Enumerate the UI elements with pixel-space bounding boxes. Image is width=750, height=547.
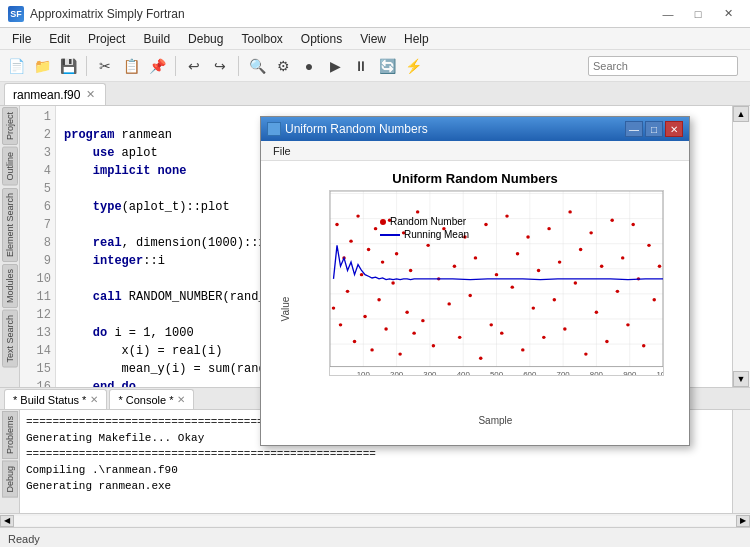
svg-text:800: 800 — [590, 370, 603, 375]
find-button[interactable]: 🔍 — [245, 54, 269, 78]
settings-button[interactable]: ⚙ — [271, 54, 295, 78]
svg-text:300: 300 — [423, 370, 436, 375]
plot-titlebar[interactable]: Uniform Random Numbers — □ ✕ — [261, 117, 689, 141]
svg-point-68 — [553, 298, 557, 301]
chart-title: Uniform Random Numbers — [271, 171, 679, 186]
title-bar: SF Approximatrix Simply Fortran — □ ✕ — [0, 0, 750, 28]
paste-button[interactable]: 📌 — [145, 54, 169, 78]
maximize-button[interactable]: □ — [684, 4, 712, 24]
file-tab-close[interactable]: ✕ — [84, 88, 97, 101]
svg-point-44 — [426, 244, 430, 247]
bottom-tab-problems[interactable]: Problems — [2, 411, 18, 459]
sidebar-tab-outline[interactable]: Outline — [2, 147, 18, 186]
svg-point-75 — [589, 231, 593, 234]
bottom-hscrollbar[interactable]: ◀ ▶ — [0, 513, 750, 527]
svg-point-65 — [537, 269, 541, 272]
plot-window-icon — [267, 122, 281, 136]
redo-button[interactable]: ↪ — [208, 54, 232, 78]
menu-help[interactable]: Help — [396, 28, 437, 49]
legend-label-random: Random Number — [390, 216, 466, 227]
svg-point-41 — [412, 332, 416, 335]
pause-button[interactable]: ⏸ — [349, 54, 373, 78]
window-controls: — □ ✕ — [654, 4, 742, 24]
svg-point-35 — [391, 281, 395, 284]
svg-point-53 — [474, 256, 478, 259]
sidebar-tab-project[interactable]: Project — [2, 107, 18, 145]
menu-build[interactable]: Build — [135, 28, 178, 49]
svg-point-33 — [384, 327, 388, 330]
x-axis-label: Sample — [478, 415, 512, 426]
plot-maximize-button[interactable]: □ — [645, 121, 663, 137]
plot-menu-file[interactable]: File — [265, 143, 299, 159]
bottom-tab-build-status[interactable]: * Build Status * ✕ — [4, 389, 107, 409]
svg-text:100: 100 — [656, 370, 663, 375]
svg-point-37 — [398, 352, 402, 355]
copy-button[interactable]: 📋 — [119, 54, 143, 78]
svg-point-82 — [626, 323, 630, 326]
open-button[interactable]: 📁 — [30, 54, 54, 78]
scroll-down-arrow[interactable]: ▼ — [733, 371, 749, 387]
chart-container: Value — [271, 190, 679, 428]
svg-point-19 — [335, 223, 339, 226]
plot-title-area: Uniform Random Numbers — [267, 122, 428, 136]
toolbar-separator-3 — [238, 56, 239, 76]
svg-point-61 — [516, 252, 520, 255]
close-button[interactable]: ✕ — [714, 4, 742, 24]
svg-point-74 — [584, 352, 588, 355]
bottom-tab-build-close[interactable]: ✕ — [90, 394, 98, 405]
plot-minimize-button[interactable]: — — [625, 121, 643, 137]
menu-project[interactable]: Project — [80, 28, 133, 49]
bottom-tab-debug[interactable]: Debug — [2, 461, 18, 498]
menu-edit[interactable]: Edit — [41, 28, 78, 49]
save-button[interactable]: 💾 — [56, 54, 80, 78]
run-button[interactable]: ▶ — [323, 54, 347, 78]
bottom-left-tabs: Problems Debug — [0, 410, 20, 513]
plot-menu: File — [261, 141, 689, 161]
svg-point-62 — [521, 348, 525, 351]
status-text: Ready — [8, 533, 40, 545]
bottom-tab-console-close[interactable]: ✕ — [177, 394, 185, 405]
svg-point-39 — [405, 311, 409, 314]
menu-file[interactable]: File — [4, 28, 39, 49]
menu-options[interactable]: Options — [293, 28, 350, 49]
toolbar-separator-1 — [86, 56, 87, 76]
cut-button[interactable]: ✂ — [93, 54, 117, 78]
bottom-scrollbar[interactable] — [732, 410, 750, 513]
file-tab-ranmean[interactable]: ranmean.f90 ✕ — [4, 83, 106, 105]
bottom-tab-build-label: * Build Status * — [13, 394, 86, 406]
new-button[interactable]: 📄 — [4, 54, 28, 78]
svg-point-67 — [547, 227, 551, 230]
svg-point-45 — [432, 344, 436, 347]
hscroll-right[interactable]: ▶ — [736, 515, 750, 527]
refresh-button[interactable]: 🔄 — [375, 54, 399, 78]
main-layout: Project Outline Element Search Modules T… — [0, 106, 750, 387]
menu-toolbox[interactable]: Toolbox — [233, 28, 290, 49]
plot-close-button[interactable]: ✕ — [665, 121, 683, 137]
plot-title-label: Uniform Random Numbers — [285, 122, 428, 136]
console-line-6 — [26, 494, 726, 510]
bottom-tab-console[interactable]: * Console * ✕ — [109, 389, 194, 409]
svg-point-42 — [416, 210, 420, 213]
legend-line-mean — [380, 234, 400, 236]
right-scrollbar[interactable]: ▲ ▼ — [732, 106, 750, 387]
lightning-button[interactable]: ⚡ — [401, 54, 425, 78]
undo-button[interactable]: ↩ — [182, 54, 206, 78]
svg-point-87 — [652, 298, 656, 301]
status-bar: Ready — [0, 527, 750, 547]
svg-point-79 — [610, 219, 614, 222]
svg-point-28 — [367, 248, 371, 251]
search-input[interactable] — [588, 56, 738, 76]
sidebar-tab-modules[interactable]: Modules — [2, 264, 18, 308]
menu-debug[interactable]: Debug — [180, 28, 231, 49]
svg-point-49 — [453, 265, 457, 268]
menu-view[interactable]: View — [352, 28, 394, 49]
chart-legend: Random Number Running Mean — [380, 216, 469, 240]
scroll-up-arrow[interactable]: ▲ — [733, 106, 749, 122]
minimize-button[interactable]: — — [654, 4, 682, 24]
file-tab-label: ranmean.f90 — [13, 88, 80, 102]
plot-window-controls: — □ ✕ — [625, 121, 683, 137]
build-button[interactable]: ● — [297, 54, 321, 78]
sidebar-tab-text-search[interactable]: Text Search — [2, 310, 18, 368]
sidebar-tab-element-search[interactable]: Element Search — [2, 188, 18, 262]
hscroll-left[interactable]: ◀ — [0, 515, 14, 527]
